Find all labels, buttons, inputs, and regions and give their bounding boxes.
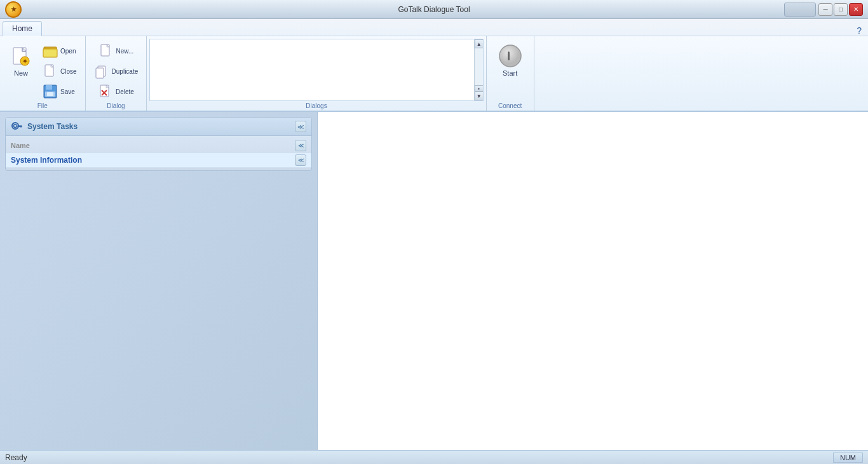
svg-rect-13 [47, 92, 53, 96]
scroll-down-btn[interactable]: ▼ [475, 92, 484, 100]
right-panel [318, 112, 868, 450]
ribbon: Home ? ✦ New [0, 19, 868, 112]
app-logo: ★ [5, 1, 22, 18]
dialogs-scroll-container[interactable]: ▲ ▪ ▼ [149, 39, 483, 101]
system-information-label: System Information [11, 156, 82, 165]
open-label: Open [60, 48, 76, 55]
new-icon: ✦ [8, 43, 34, 69]
new-dialog-label: New... [116, 48, 134, 55]
new-label: New [14, 69, 28, 77]
file-group-label: File [5, 101, 80, 109]
ribbon-group-dialogs: ▲ ▪ ▼ Dialogs [147, 36, 486, 111]
help-icon[interactable]: ? [857, 25, 865, 36]
open-icon [43, 43, 58, 58]
system-tasks-header: System Tasks ≪ [6, 118, 311, 136]
save-button[interactable]: Save [39, 82, 78, 101]
ribbon-content: ✦ New [0, 36, 868, 111]
name-header-action-btn[interactable]: ≪ [295, 140, 306, 151]
system-information-item[interactable]: System Information ≪ [6, 153, 311, 168]
svg-text:✦: ✦ [22, 58, 28, 65]
svg-rect-27 [20, 126, 22, 128]
delete-icon [98, 84, 113, 99]
system-tasks-collapse-btn[interactable]: ≪ [295, 121, 306, 132]
new-dialog-icon [98, 43, 114, 58]
close-file-icon [43, 64, 58, 79]
dialog-group-items: New... Duplicate [91, 39, 142, 101]
svg-rect-28 [18, 126, 20, 128]
delete-button[interactable]: Delete [91, 82, 142, 101]
statusbar-text: Ready [5, 453, 27, 462]
ribbon-group-file: ✦ New [0, 36, 86, 111]
start-button[interactable]: Start [494, 41, 526, 79]
new-dialog-button[interactable]: New... [91, 41, 142, 60]
system-information-action-btn[interactable]: ≪ [295, 154, 306, 166]
dialogs-scrollbar: ▲ ▪ ▼ [474, 39, 483, 100]
svg-rect-17 [96, 68, 104, 78]
close-file-label: Close [60, 68, 77, 75]
duplicate-button[interactable]: Duplicate [91, 62, 142, 81]
left-panel: System Tasks ≪ Name ≪ System Information… [0, 112, 318, 450]
ribbon-tabs: Home ? [0, 19, 868, 36]
minimize-button[interactable]: ─ [818, 3, 832, 16]
titlebar-controls: ─ □ ✕ [818, 3, 863, 16]
start-label: Start [503, 69, 517, 77]
scroll-up-btn[interactable]: ▲ [475, 39, 484, 48]
file-group-items: ✦ New [5, 39, 80, 101]
new-button[interactable]: ✦ New [5, 41, 37, 79]
system-tasks-body: Name ≪ System Information ≪ [6, 136, 311, 170]
svg-point-25 [14, 125, 17, 128]
svg-rect-7 [43, 49, 57, 57]
titlebar-left: ★ [5, 1, 22, 18]
system-tasks-name-header: Name ≪ [6, 139, 311, 153]
dialog-group-label: Dialog [91, 101, 142, 109]
svg-point-22 [499, 45, 521, 67]
titlebar-title: GoTalk Dialogue Tool [398, 5, 470, 14]
num-indicator: NUM [833, 453, 863, 463]
svg-rect-11 [46, 85, 52, 90]
scroll-mid-btn[interactable]: ▪ [475, 85, 484, 92]
titlebar: ★ GoTalk Dialogue Tool ─ □ ✕ [0, 0, 868, 19]
name-column-header: Name [11, 142, 30, 149]
save-icon [43, 84, 58, 99]
close-button[interactable]: ✕ [849, 3, 863, 16]
main-content: System Tasks ≪ Name ≪ System Information… [0, 112, 868, 450]
delete-label: Delete [116, 88, 134, 95]
open-button[interactable]: Open [39, 41, 79, 60]
statusbar-right: NUM [833, 453, 863, 463]
duplicate-label: Duplicate [112, 68, 139, 75]
start-icon [498, 43, 523, 69]
close-file-button[interactable]: Close [39, 62, 80, 81]
system-tasks-title: System Tasks [27, 122, 291, 131]
ribbon-group-dialog: New... Duplicate [86, 36, 147, 111]
statusbar: Ready NUM [0, 450, 868, 464]
tab-home[interactable]: Home [3, 21, 42, 36]
duplicate-icon [94, 64, 109, 79]
key-icon [11, 120, 24, 133]
save-label: Save [60, 88, 75, 95]
dialogs-group-label: Dialogs [149, 101, 483, 109]
connect-group-label: Connect [494, 101, 526, 109]
system-tasks-section: System Tasks ≪ Name ≪ System Information… [5, 117, 312, 171]
ribbon-group-connect: Start Connect [487, 36, 534, 111]
maximize-button[interactable]: □ [834, 3, 848, 16]
svg-rect-23 [508, 51, 510, 60]
